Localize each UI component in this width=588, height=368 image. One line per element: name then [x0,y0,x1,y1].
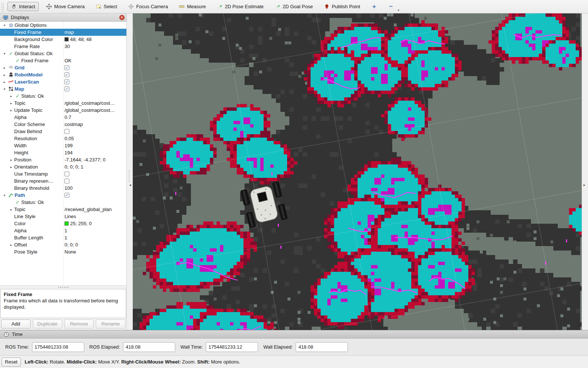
tree-row-topic[interactable]: ▸Topic/global_costmap/cost… [0,100,126,107]
tree-row-value-cell[interactable]: Lines [63,213,126,220]
toolbar-button-goal-pose[interactable]: 2D Goal Pose [271,2,317,11]
tree-row-binary-threshold[interactable]: Binary threshold100 [0,185,126,192]
collapse-arrow-icon[interactable]: ▸ [8,243,14,247]
tree-row-value-cell[interactable] [63,128,126,135]
tree-row-value-cell[interactable]: ✓ [63,78,126,85]
tree-row-color[interactable]: Color25; 255; 0 [0,220,126,227]
tree-row-resolution[interactable]: Resolution0.05 [0,135,126,142]
collapse-arrow-icon[interactable]: ▸ [1,73,7,77]
tree-row-binary-represen[interactable]: Binary represen… [0,177,126,185]
collapse-arrow-icon[interactable]: ▸ [1,80,7,84]
toolbar-button-publish-point[interactable]: Publish Point [320,2,364,11]
tree-row-robotmodel[interactable]: ▸RobotModel✓ [0,71,126,78]
toolbar-button-move-camera[interactable]: Move Camera [43,2,88,11]
checkbox-checked[interactable]: ✓ [65,65,69,70]
help-splitter[interactable] [0,285,126,289]
tree-row-orientation[interactable]: ▸Orientation0; 0; 0; 1 [0,163,126,170]
collapse-arrow-icon[interactable]: ▸ [1,66,7,70]
checkbox-checked[interactable]: ✓ [65,193,69,198]
toolbar-button-pose-estimate[interactable]: 2D Pose Estimate [213,2,267,11]
tree-row-use-timestamp[interactable]: Use Timestamp [0,170,126,177]
time-field-input-2[interactable] [206,342,258,352]
tree-row-value-cell[interactable]: /global_costmap/cost… [63,100,126,107]
tree-row-global-status-ok[interactable]: ▾✓Global Status: Ok [0,50,126,57]
tree-row-background-color[interactable]: Background Color48; 48; 48 [0,36,126,43]
tree-row-draw-behind[interactable]: Draw Behind [0,128,126,135]
tree-row-pose-style[interactable]: Pose StyleNone [0,248,126,255]
tree-row-value-cell[interactable]: ✓ [63,71,126,78]
collapse-arrow-icon[interactable]: ▸ [8,158,14,162]
reset-button[interactable]: Reset [1,358,21,367]
collapse-arrow-icon[interactable]: ▸ [8,94,14,98]
tree-row-value-cell[interactable]: /global_costmap/cost… [63,107,126,114]
tree-row-global-options[interactable]: ▾⚙Global Options [0,22,126,29]
tree-row-value-cell[interactable]: 0; 0; 0 [63,241,126,248]
collapse-left-icon[interactable]: ◂ [129,183,131,187]
tree-row-value-cell[interactable]: 48; 48; 48 [63,36,126,43]
tree-row-laserscan[interactable]: ▸LaserScan✓ [0,78,126,85]
tree-row-path[interactable]: ▾Path✓ [0,192,126,199]
tree-row-value-cell[interactable]: -7.1644; -4.2377; 0 [63,156,126,163]
map-3d-view[interactable] [133,13,582,330]
tree-row-status-ok[interactable]: ▸✓Status: Ok [0,92,126,100]
toolbar-button-add-tool[interactable]: + [368,2,381,11]
tree-row-value-cell[interactable]: 0; 0; 0; 1 [63,163,126,170]
tree-row-width[interactable]: Width199 [0,142,126,149]
checkbox-unchecked[interactable] [65,172,69,176]
time-field-input-3[interactable] [296,342,348,352]
tree-row-update-topic[interactable]: ▸Update Topic/global_costmap/cost… [0,107,126,114]
tree-row-value-cell[interactable]: ✓ [63,85,126,92]
tree-row-value-cell[interactable]: 0.05 [63,135,126,142]
tree-row-topic[interactable]: ▸Topic/received_global_plan [0,206,126,213]
time-panel-header[interactable]: Time [0,330,588,339]
tree-row-color-scheme[interactable]: Color Schemecostmap [0,121,126,128]
toolbar-button-measure[interactable]: Measure [175,2,210,11]
tree-row-line-style[interactable]: Line StyleLines [0,213,126,220]
tree-row-value-cell[interactable]: 1 [63,234,126,241]
tree-row-fixed-frame[interactable]: ✓Fixed FrameOK [0,57,126,64]
tree-row-height[interactable]: Height194 [0,149,126,156]
tree-row-grid[interactable]: ▸Grid✓ [0,64,126,71]
toolbar-button-select[interactable]: Select [92,2,121,11]
tree-row-value-cell[interactable]: OK [63,57,126,64]
dropdown-caret-icon[interactable]: ▾ [398,9,399,12]
tree-row-status-ok[interactable]: ✓Status: Ok [0,199,126,206]
checkbox-checked[interactable]: ✓ [65,72,69,77]
tree-row-value-cell[interactable]: ✓ [63,192,126,199]
tree-row-frame-rate[interactable]: Frame Rate30 [0,43,126,50]
collapse-arrow-icon[interactable]: ▸ [8,165,14,169]
tree-row-value-cell[interactable]: /received_global_plan [63,206,126,213]
checkbox-checked[interactable]: ✓ [65,79,69,84]
toolbar-button-interact[interactable]: Interact [7,2,39,11]
tree-row-value-cell[interactable]: costmap [63,121,126,128]
time-field-input-1[interactable] [123,342,175,352]
collapse-right-icon[interactable]: ▸ [584,183,585,187]
tree-row-value-cell[interactable]: 100 [63,185,126,192]
collapse-arrow-icon[interactable]: ▸ [8,101,14,105]
tree-row-value-cell[interactable]: map [63,29,126,36]
tree-row-value-cell[interactable]: None [63,248,126,255]
toolbar-button-remove-tool[interactable]: −▾ [384,2,397,11]
time-field-input-0[interactable] [32,342,84,352]
tree-row-buffer-length[interactable]: Buffer Length1 [0,234,126,241]
close-panel-button[interactable]: ✕ [119,15,125,20]
tree-row-value-cell[interactable]: 194 [63,149,126,156]
tree-row-value-cell[interactable]: 199 [63,142,126,149]
collapse-arrow-icon[interactable]: ▸ [8,208,14,211]
tree-row-value-cell[interactable] [63,170,126,177]
expand-arrow-icon[interactable]: ▾ [1,52,7,56]
tree-row-alpha[interactable]: Alpha0.7 [0,114,126,121]
tree-row-fixed-frame[interactable]: Fixed Framemap [0,29,126,36]
splitter-grip[interactable] [129,169,130,183]
tree-row-value-cell[interactable]: 0.7 [63,114,126,121]
checkbox-unchecked[interactable] [65,129,69,134]
tree-row-value-cell[interactable]: 25; 255; 0 [63,220,126,227]
panel-splitter[interactable]: ◂ [127,13,133,330]
expand-arrow-icon[interactable]: ▾ [1,23,7,27]
toolbar-button-focus-camera[interactable]: Focus Camera [125,2,172,11]
checkbox-checked[interactable]: ✓ [65,87,69,91]
collapse-arrow-icon[interactable]: ▸ [8,108,14,112]
expand-arrow-icon[interactable]: ▾ [1,194,7,197]
tree-row-position[interactable]: ▸Position-7.1644; -4.2377; 0 [0,156,126,163]
tree-row-map[interactable]: ▾Map✓ [0,85,126,92]
